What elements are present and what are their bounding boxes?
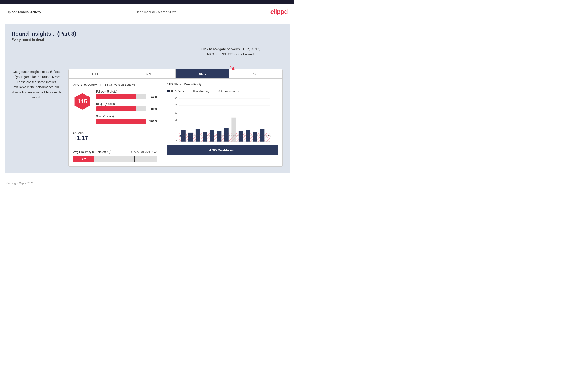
annotation-arrow (223, 57, 237, 70)
left-section: ARG Shot Quality | 6ft Conversion Zone %… (69, 79, 162, 167)
copyright: Copyright Clippd 2021 (6, 182, 34, 185)
proximity-info-icon[interactable]: ? (107, 150, 111, 154)
svg-rect-24 (203, 132, 207, 142)
fairway-pct: 80% (148, 95, 157, 99)
sand-bar-track (96, 119, 147, 124)
fairway-bar-row: 80% (96, 94, 157, 99)
svg-text:10: 10 (174, 125, 177, 128)
svg-rect-22 (188, 133, 193, 142)
sand-bar-fill (96, 119, 147, 124)
right-area: Click to navigate between 'OTT', 'APP','… (69, 47, 283, 167)
legend-conversion-zone: 6 ft conversion zone (214, 90, 241, 92)
rough-bar-row: 80% (96, 107, 157, 111)
sg-label: SG ARG (73, 131, 157, 134)
svg-text:30: 30 (174, 97, 177, 100)
right-section: ARG Shots - Proximity (ft) Up & Down Rou… (162, 79, 283, 167)
shot-quality-label: ARG Shot Quality (73, 83, 97, 86)
rough-bar-track (96, 107, 147, 111)
page-title: Round Insights... (Part 3) (11, 31, 283, 37)
arg-dashboard-button[interactable]: ARG Dashboard (167, 145, 278, 155)
fairway-bar-fill (96, 94, 137, 99)
chart-title: ARG Shots - Proximity (ft) (167, 83, 201, 86)
footer: Copyright Clippd 2021 (0, 178, 294, 189)
rough-pct: 80% (148, 107, 157, 111)
hex-number: 115 (77, 98, 87, 105)
legend-updown: Up & Down (167, 90, 184, 92)
card-body: ARG Shot Quality | 6ft Conversion Zone %… (69, 79, 283, 167)
header-divider (6, 19, 288, 19)
svg-text:15: 15 (174, 118, 177, 121)
tab-putt[interactable]: PUTT (229, 69, 283, 78)
svg-rect-27 (224, 128, 229, 142)
logo: clippd (270, 8, 288, 16)
tab-ott[interactable]: OTT (69, 69, 122, 78)
annotation-text: Click to navigate between 'OTT', 'APP','… (201, 47, 260, 57)
hex-badge: 115 (73, 92, 92, 110)
sand-bar-row: 100% (96, 119, 157, 124)
proximity-header: Avg Proximity to Hole (ft) ? ↑ PGA Tour … (73, 150, 157, 154)
sand-pct: 100% (148, 119, 157, 123)
main-content: Round Insights... (Part 3) Every round i… (5, 24, 290, 174)
upload-title: Upload Manual Activity (6, 10, 41, 14)
conversion-label: 6ft Conversion Zone % (105, 83, 135, 86)
proximity-value: 77' (82, 158, 86, 161)
annotation-wrapper: Click to navigate between 'OTT', 'APP','… (201, 47, 260, 70)
page-subtitle: Every round in detail (11, 38, 283, 42)
svg-rect-31 (253, 132, 257, 142)
svg-text:5: 5 (176, 133, 177, 135)
fairway-bar-track (96, 94, 147, 99)
header-center: User Manual - March 2022 (135, 10, 176, 14)
svg-rect-23 (196, 129, 200, 142)
card: OTT APP ARG PUTT ARG Shot Quality | 6ft … (69, 69, 283, 167)
legend-updown-swatch (167, 90, 170, 92)
proximity-bar-fill: 77' (73, 156, 94, 162)
tabs: OTT APP ARG PUTT (69, 69, 283, 79)
info-icon[interactable]: ? (137, 83, 140, 86)
tab-app[interactable]: APP (122, 69, 176, 78)
svg-rect-29 (239, 131, 243, 142)
sand-label: Sand (1 shots) (96, 115, 157, 118)
svg-rect-28 (231, 118, 236, 142)
svg-text:0: 0 (176, 140, 177, 143)
chart-legend: Up & Down Round Average 6 ft conversion … (167, 90, 278, 92)
sg-section: SG ARG +1.17 (73, 131, 157, 142)
section-header-right: ARG Shots - Proximity (ft) (167, 83, 278, 86)
chart-svg: 0 5 10 15 20 25 30 (167, 95, 278, 143)
top-bar (0, 0, 294, 4)
bar-fairway: Fairway (5 shots) 80% (96, 90, 157, 99)
pga-avg: ↑ PGA Tour Avg: 7'10" (131, 150, 157, 153)
content-layout: Get greater insight into each facet of y… (11, 47, 283, 167)
bars-section: Fairway (5 shots) 80% Rou (96, 90, 157, 127)
fairway-label: Fairway (5 shots) (96, 90, 157, 93)
rough-bar-fill (96, 107, 137, 111)
section-header-left: ARG Shot Quality | 6ft Conversion Zone %… (73, 83, 157, 86)
chart-area: 0 5 10 15 20 25 30 (167, 95, 278, 143)
proximity-label: Avg Proximity to Hole (ft) ? (73, 150, 111, 154)
left-panel-text: Get greater insight into each facet of y… (11, 69, 62, 100)
rough-label: Rough (5 shots) (96, 102, 157, 106)
header: Upload Manual Activity User Manual - Mar… (0, 4, 294, 19)
legend-round-avg-swatch (188, 91, 192, 92)
bar-sand: Sand (1 shots) 100% (96, 115, 157, 124)
legend-round-avg: Round Average (188, 90, 211, 92)
left-panel: Get greater insight into each facet of y… (11, 47, 62, 167)
tab-arg[interactable]: ARG (176, 69, 229, 78)
svg-rect-26 (217, 131, 221, 142)
svg-text:8: 8 (270, 134, 271, 137)
proximity-cursor (134, 156, 135, 162)
svg-text:20: 20 (174, 111, 177, 114)
svg-rect-32 (260, 129, 264, 142)
svg-text:25: 25 (174, 104, 177, 107)
proximity-bar-track: 77' (73, 156, 157, 162)
bar-rough: Rough (5 shots) 80% (96, 102, 157, 111)
header-left: Upload Manual Activity (6, 10, 41, 14)
legend-conversion-swatch (214, 90, 217, 92)
sg-value: +1.17 (73, 134, 157, 142)
proximity-section: Avg Proximity to Hole (ft) ? ↑ PGA Tour … (73, 146, 157, 162)
